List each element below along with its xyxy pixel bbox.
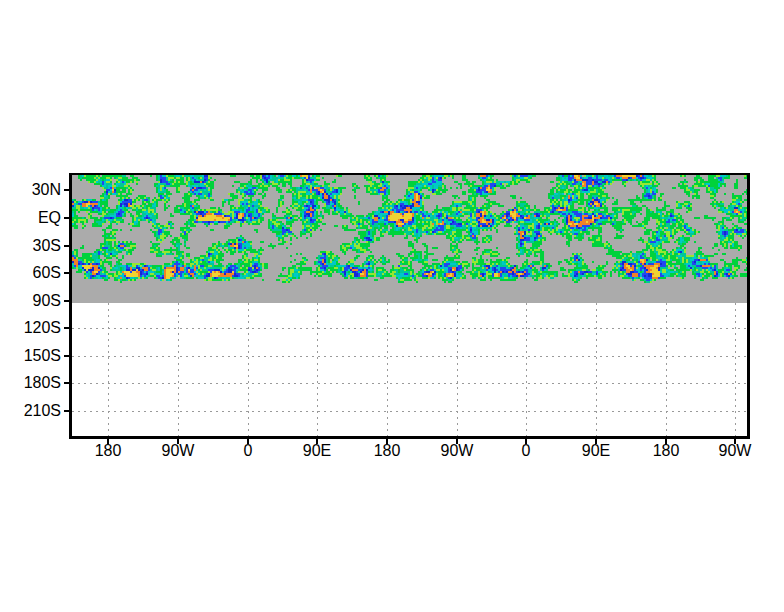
y-axis-tick (64, 245, 69, 247)
x-tick-label: 180 (365, 442, 409, 460)
y-axis-tick (64, 300, 69, 302)
y-tick-label: EQ (9, 209, 61, 227)
x-tick-label: 90W (156, 442, 200, 460)
h-gridline (72, 328, 747, 329)
x-tick-label: 90W (435, 442, 479, 460)
v-gridline (387, 303, 388, 436)
v-gridline (526, 303, 527, 436)
v-gridline (317, 303, 318, 436)
v-gridline (248, 303, 249, 436)
x-tick-label: 90E (574, 442, 618, 460)
y-axis-tick (64, 217, 69, 219)
h-gridline (72, 383, 747, 384)
y-axis-tick (64, 272, 69, 274)
x-tick-label: 90E (295, 442, 339, 460)
v-gridline (596, 303, 597, 436)
y-axis-tick (64, 327, 69, 329)
y-tick-label: 120S (9, 319, 61, 337)
v-gridline (108, 303, 109, 436)
y-axis-tick (64, 382, 69, 384)
x-tick-label: 180 (644, 442, 688, 460)
x-tick-label: 0 (226, 442, 270, 460)
v-gridline (666, 303, 667, 436)
v-gridline (457, 303, 458, 436)
x-tick-label: 90W (713, 442, 757, 460)
shaded-field-canvas (72, 175, 747, 303)
y-axis-tick (64, 410, 69, 412)
y-tick-label: 150S (9, 347, 61, 365)
plot-frame (69, 173, 750, 439)
chart-figure: 18090W090E18090W090E18090W30NEQ30S60S90S… (0, 0, 784, 612)
x-tick-label: 0 (504, 442, 548, 460)
x-tick-label: 180 (86, 442, 130, 460)
y-tick-label: 30N (9, 181, 61, 199)
h-gridline (72, 411, 747, 412)
y-axis-tick (64, 355, 69, 357)
y-tick-label: 180S (9, 374, 61, 392)
y-tick-label: 60S (9, 264, 61, 282)
v-gridline (178, 303, 179, 436)
h-gridline (72, 356, 747, 357)
y-tick-label: 210S (9, 402, 61, 420)
y-axis-tick (64, 189, 69, 191)
y-tick-label: 90S (9, 292, 61, 310)
v-gridline (735, 303, 736, 436)
y-tick-label: 30S (9, 237, 61, 255)
